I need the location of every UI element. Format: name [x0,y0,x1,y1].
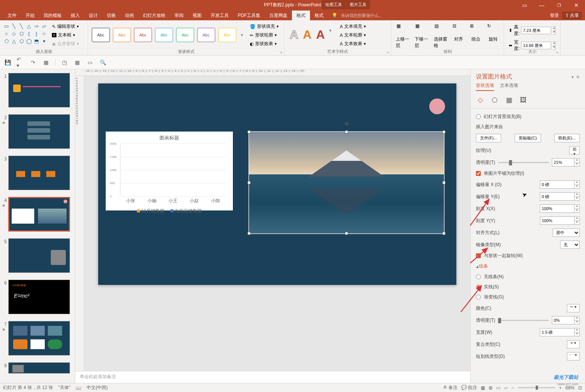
pane-tab-shape[interactable]: 形状选项 [476,82,494,91]
zoom-out-icon[interactable]: − [511,385,514,390]
text-effects-button[interactable]: A文本效果 ▾ [338,40,368,48]
text-outline-button[interactable]: A文本轮廓 ▾ [338,31,368,39]
dash-type-picker[interactable]: ⋯ ▾ [567,352,580,360]
slide-bg-fill-radio[interactable]: 幻灯片背景填充(B) [476,114,521,120]
restore-icon[interactable]: ❐ [550,0,568,11]
line-transparency-slider[interactable] [498,320,549,321]
slide-thumb-6[interactable]: 比化育的标题E=mc² [8,280,70,314]
shape-effects-button[interactable]: ◐形状效果 ▾ [248,40,280,48]
dialog-launcher-icon[interactable]: ↘ [556,50,559,54]
selected-picture[interactable]: ⟲ [249,132,444,234]
insert-clipboard-button[interactable]: 剪贴板(C) [515,134,541,142]
fill-line-icon[interactable]: ◇ [476,95,485,104]
minimize-icon[interactable]: — [533,0,550,11]
dialog-launcher-icon[interactable]: ↘ [386,50,389,54]
align-button[interactable]: ⊟对齐 [450,22,467,50]
resize-handle[interactable] [248,181,251,184]
shapes-gallery[interactable]: ▭╲╲△⇨▱ ○◇⬡{}☆ ⬠△⬡◯⬒▾ [2,22,48,48]
no-line-radio[interactable]: 无线条(N) [476,274,504,280]
rotate-button[interactable]: ↻旋转 [485,22,501,50]
close-icon[interactable]: ✕ [568,0,585,11]
rotation-handle-icon[interactable]: ⟲ [344,121,349,127]
normal-view-icon[interactable]: ▦ [481,385,485,390]
touch-mode-icon[interactable]: ◳ [61,59,68,66]
notes-toggle[interactable]: ≜ 备注 [443,384,457,391]
slide-thumb-2[interactable] [8,114,70,149]
comments-toggle[interactable]: 💬 批注 [461,384,477,391]
slide-thumb-3[interactable] [8,156,70,190]
grid-icon[interactable]: ▦ [73,59,81,66]
ruler-toggle-icon[interactable]: ▭ [86,59,94,66]
height-input[interactable] [521,27,551,34]
rotate-with-shape-checkbox[interactable]: 与形状一起旋转(W) [476,253,523,259]
menu-home[interactable]: 开始 [21,11,39,20]
thumbnail-panel[interactable]: 1 2✱ 3 4✱ 5 6比化育的标题E=mc² 7✱ 8 [0,69,75,383]
group-button[interactable]: ⊞组合 [468,22,484,50]
transparency-slider[interactable] [498,162,549,163]
menu-slideshow[interactable]: 幻灯片放映 [138,11,170,20]
dialog-launcher-icon[interactable]: ↘ [280,50,283,54]
slideshow-view-icon[interactable]: ▱ [504,385,508,390]
notes-pane[interactable]: 单击此处添加备注 [75,371,470,383]
offset-x-input[interactable] [540,180,574,189]
shape-outline-button[interactable]: ✏形状轮廓 ▾ [248,31,280,39]
menu-animations[interactable]: 动画 [120,11,138,20]
resize-handle[interactable] [345,232,348,235]
merge-shapes-button[interactable]: ◉合并形状 ▾ [50,40,81,48]
line-transparency-input[interactable] [552,316,574,324]
zoom-slider[interactable] [518,387,555,388]
wordart-gallery[interactable]: A A A ▾ [287,25,334,45]
line-width-input[interactable] [540,328,574,336]
send-backward-button[interactable]: ▦下移一层 [412,22,430,50]
menu-review[interactable]: 审阅 [170,11,188,20]
redo-icon[interactable]: ↷ [29,59,37,66]
compound-type-picker[interactable]: ≡ ▾ [567,340,580,348]
fit-to-window-icon[interactable]: ⊡ [578,385,582,390]
menu-insert[interactable]: 插入 [66,11,84,20]
menu-format-2[interactable]: 格式 [310,11,328,20]
share-button[interactable]: ⇪ 共享 [562,12,582,20]
menu-file[interactable]: 文件 [3,11,21,20]
start-from-beginning-icon[interactable]: ▦ [42,59,50,66]
texture-picker[interactable]: ▨ ▾ [569,146,580,154]
slide-canvas[interactable]: 图表标题 2000 1500 1000 500 0 小张小杨小王小赵小陈 [84,76,470,371]
zoom-icon[interactable]: 🔍 [99,59,106,66]
ribbon-options-icon[interactable]: ▭ [516,0,533,11]
text-fill-button[interactable]: A文本填充 ▾ [338,23,368,30]
scale-y-input[interactable] [540,216,574,225]
text-box-button[interactable]: 🅰文本框 ▾ [50,31,81,39]
save-icon[interactable]: 💾 [4,59,11,66]
pane-tab-text[interactable]: 文本选项 [500,82,518,91]
scale-x-input[interactable] [540,204,574,213]
slide-thumb-1[interactable] [8,73,70,107]
shape-fill-button[interactable]: 🪣形状填充 ▾ [248,23,280,30]
edit-shape-button[interactable]: ✎编辑形状 ▾ [50,23,81,30]
tell-me-input[interactable]: 告诉我您想要做什么... [341,13,382,18]
resize-handle[interactable] [345,130,348,133]
slide-thumb-7[interactable] [8,321,70,356]
pane-close-icon[interactable]: ✕ [576,74,580,80]
solid-line-radio[interactable]: 实线(S) [476,284,499,290]
resize-handle[interactable] [248,130,251,133]
offset-y-input[interactable] [540,192,574,201]
menu-format-1[interactable]: 格式 [292,11,310,20]
picture-tools-tab[interactable]: 图片工具 [346,0,370,9]
sorter-view-icon[interactable]: ⊞ [489,385,492,390]
language-indicator[interactable]: 中文(中国) [87,384,108,391]
chart-object[interactable]: 图表标题 2000 1500 1000 500 0 小张小杨小王小赵小陈 [106,132,233,210]
selection-pane-button[interactable]: ▤选择窗格 [432,22,450,50]
insert-online-button[interactable]: 联机(E)... [554,134,580,142]
resize-handle[interactable] [442,232,445,235]
menu-view[interactable]: 视图 [188,11,206,20]
menu-baidu[interactable]: 百度网盘 [265,11,292,20]
effects-category-icon[interactable]: ⬠ [490,95,499,104]
width-input[interactable] [521,42,551,49]
drawing-tools-tab[interactable]: 绘图工具 [322,0,346,9]
slide[interactable]: 图表标题 2000 1500 1000 500 0 小张小杨小王小赵小陈 [98,83,456,285]
resize-handle[interactable] [442,130,445,133]
reading-view-icon[interactable]: ▭ [496,385,500,390]
size-category-icon[interactable]: ▦ [504,95,514,104]
menu-design[interactable]: 设计 [84,11,102,20]
line-color-picker[interactable]: ✏ ▾ [567,304,580,312]
line-section-header[interactable]: 线条 [476,261,580,272]
